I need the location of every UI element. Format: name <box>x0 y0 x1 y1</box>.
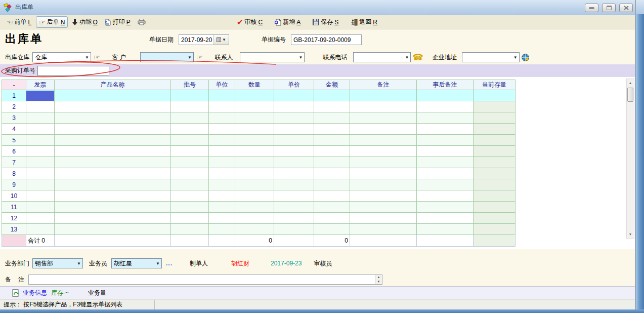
table-cell[interactable] <box>474 202 516 213</box>
table-cell[interactable] <box>26 213 55 224</box>
column-header[interactable]: 单位 <box>209 80 235 90</box>
table-cell[interactable] <box>417 224 474 235</box>
table-cell[interactable] <box>171 202 209 213</box>
table-cell[interactable] <box>314 168 350 179</box>
row-number[interactable]: 6 <box>2 146 26 157</box>
audit-button[interactable]: ✔ 审核C <box>234 17 265 27</box>
table-cell[interactable] <box>314 179 350 190</box>
table-cell[interactable] <box>417 90 474 101</box>
row-number[interactable]: 9 <box>2 179 26 190</box>
table-cell[interactable] <box>26 157 55 168</box>
table-cell[interactable] <box>209 202 235 213</box>
doc-no-input[interactable]: GB-2017-09-20-0009 <box>291 34 362 45</box>
table-cell[interactable] <box>171 179 209 190</box>
table-cell[interactable] <box>55 190 171 202</box>
row-number[interactable]: 8 <box>2 168 26 179</box>
salesman-dropdown[interactable]: 胡红星▼ <box>111 258 162 268</box>
table-cell[interactable] <box>235 179 274 190</box>
tab-business-volume[interactable]: 业务量 <box>88 289 106 297</box>
row-number[interactable]: 4 <box>2 124 26 135</box>
table-cell[interactable] <box>274 146 314 157</box>
table-cell[interactable] <box>26 146 55 157</box>
table-cell[interactable] <box>274 112 314 124</box>
table-cell[interactable] <box>417 101 474 112</box>
column-header[interactable]: 金额 <box>314 80 350 90</box>
table-cell[interactable] <box>417 112 474 124</box>
table-cell[interactable] <box>314 190 350 202</box>
row-number[interactable]: 3 <box>2 112 26 124</box>
table-cell[interactable] <box>350 157 417 168</box>
remark-spinner[interactable]: ▲ ▼ <box>375 275 382 284</box>
table-cell[interactable] <box>350 213 417 224</box>
table-cell[interactable] <box>209 101 235 112</box>
column-header[interactable]: 批号 <box>171 80 209 90</box>
table-cell[interactable] <box>474 90 516 101</box>
table-cell[interactable] <box>314 112 350 124</box>
row-number[interactable]: 10 <box>2 190 26 202</box>
table-cell[interactable] <box>350 135 417 146</box>
column-header[interactable]: - <box>2 80 26 90</box>
table-cell[interactable] <box>55 101 171 112</box>
table-cell[interactable] <box>235 112 274 124</box>
table-cell[interactable] <box>350 190 417 202</box>
table-cell[interactable] <box>209 135 235 146</box>
table-cell[interactable] <box>26 112 55 124</box>
table-cell[interactable] <box>235 224 274 235</box>
table-cell[interactable] <box>314 146 350 157</box>
table-cell[interactable] <box>55 224 171 235</box>
table-cell[interactable] <box>26 101 55 112</box>
table-cell[interactable] <box>474 101 516 112</box>
table-cell[interactable] <box>314 135 350 146</box>
column-header[interactable]: 事后备注 <box>417 80 474 90</box>
table-cell[interactable] <box>55 90 171 101</box>
table-cell[interactable] <box>350 90 417 101</box>
table-cell[interactable] <box>417 213 474 224</box>
column-header[interactable]: 数量 <box>235 80 274 90</box>
table-cell[interactable] <box>474 146 516 157</box>
column-header[interactable]: 当前存量 <box>474 80 516 90</box>
table-cell[interactable] <box>350 124 417 135</box>
table-cell[interactable] <box>417 146 474 157</box>
table-cell[interactable] <box>235 213 274 224</box>
table-cell[interactable] <box>235 90 274 101</box>
table-cell[interactable] <box>350 146 417 157</box>
globe-icon[interactable] <box>522 54 529 61</box>
table-cell[interactable] <box>235 146 274 157</box>
table-cell[interactable] <box>417 157 474 168</box>
address-dropdown[interactable]: ▼ <box>462 52 520 62</box>
table-cell[interactable] <box>314 157 350 168</box>
table-cell[interactable] <box>209 146 235 157</box>
scroll-up-icon[interactable]: ▲ <box>627 79 634 87</box>
table-cell[interactable] <box>26 179 55 190</box>
table-cell[interactable] <box>474 190 516 202</box>
table-cell[interactable] <box>350 168 417 179</box>
table-cell[interactable] <box>314 213 350 224</box>
table-cell[interactable] <box>474 112 516 124</box>
table-cell[interactable] <box>274 157 314 168</box>
column-header[interactable]: 备注 <box>350 80 417 90</box>
table-cell[interactable] <box>350 179 417 190</box>
table-cell[interactable] <box>171 157 209 168</box>
row-number[interactable]: 1 <box>2 90 26 101</box>
table-cell[interactable] <box>274 101 314 112</box>
table-cell[interactable] <box>171 168 209 179</box>
table-cell[interactable] <box>417 190 474 202</box>
table-cell[interactable] <box>26 135 55 146</box>
save-button[interactable]: 保存S <box>310 17 341 27</box>
print-button[interactable]: 打印P <box>102 17 133 27</box>
row-number[interactable]: 5 <box>2 135 26 146</box>
table-cell[interactable] <box>55 135 171 146</box>
table-cell[interactable] <box>350 224 417 235</box>
table-cell[interactable] <box>274 224 314 235</box>
table-cell[interactable] <box>26 224 55 235</box>
table-cell[interactable] <box>171 124 209 135</box>
table-cell[interactable] <box>171 112 209 124</box>
table-cell[interactable] <box>26 202 55 213</box>
functions-button[interactable]: 功能O <box>70 17 100 27</box>
vertical-scrollbar[interactable]: ▲ ▼ <box>626 79 634 239</box>
table-cell[interactable] <box>209 124 235 135</box>
table-cell[interactable] <box>350 112 417 124</box>
table-cell[interactable] <box>55 146 171 157</box>
remark-input[interactable]: ▲ ▼ <box>28 275 382 285</box>
tab-stock[interactable]: 库存-~ <box>51 289 69 297</box>
